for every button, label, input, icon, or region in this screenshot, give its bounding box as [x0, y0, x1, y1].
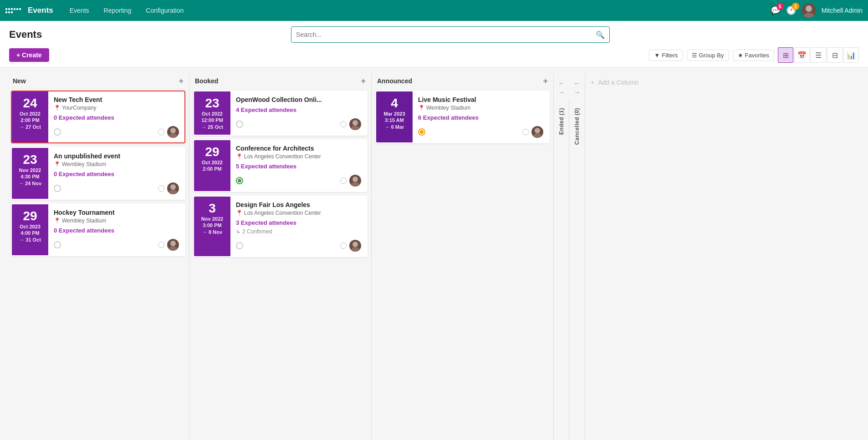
assign-radio[interactable]: [522, 129, 529, 135]
column-new-add-btn[interactable]: +: [179, 77, 184, 85]
confirmed-count: 2 Confirmed: [242, 228, 272, 235]
status-dot-green: [236, 177, 243, 184]
svg-point-2: [170, 128, 176, 133]
ended-arrow-right[interactable]: →: [558, 89, 565, 96]
date-month-year: Mar 2023: [383, 111, 405, 116]
date-day: 23: [23, 153, 37, 166]
user-avatar: [349, 118, 361, 130]
assign-radio[interactable]: [158, 242, 164, 248]
column-booked-header: Booked +: [189, 73, 371, 89]
search-icon[interactable]: 🔍: [596, 30, 605, 39]
card-date-block: 23 Nov 2022 4:30 PM → 24 Nov: [12, 148, 48, 199]
favorites-button[interactable]: ★ Favorites: [733, 50, 774, 61]
user-avatar-btn[interactable]: [802, 3, 816, 18]
svg-point-13: [351, 247, 359, 252]
location-pin-icon: 📍: [418, 105, 425, 111]
svg-point-8: [352, 120, 358, 126]
card-attendees: 4 Expected attendees: [236, 106, 361, 113]
column-announced-header: Announced +: [372, 73, 553, 89]
card-date-block: 3 Nov 2022 3:00 PM → 8 Nov: [194, 197, 230, 256]
date-time: 3:15 AM: [385, 117, 404, 123]
card-attendees: 3 Expected attendees: [236, 219, 361, 226]
user-avatar: [349, 175, 361, 187]
user-avatar: [167, 126, 179, 138]
table-view-btn[interactable]: ⊟: [827, 47, 842, 63]
card-footer: [236, 115, 361, 130]
username-label[interactable]: Mitchell Admin: [822, 7, 863, 14]
date-day: 29: [23, 210, 37, 223]
card-location: 📍 Wembley Stadium: [54, 161, 179, 167]
date-time: 2:00 PM: [20, 117, 40, 123]
date-day: 24: [23, 97, 37, 110]
assign-radio[interactable]: [340, 243, 347, 249]
card-footer: [54, 235, 179, 251]
status-dot-yellow: [418, 128, 425, 136]
messages-icon-btn[interactable]: 💬 5: [771, 5, 781, 15]
list-view-btn[interactable]: ☰: [811, 47, 826, 63]
assign-radio[interactable]: [340, 121, 347, 127]
assign-radio[interactable]: [158, 129, 164, 135]
cancelled-arrow-left[interactable]: ←: [574, 80, 580, 87]
ended-arrow-left[interactable]: ←: [558, 80, 565, 87]
card-live-music-festival[interactable]: 4 Mar 2023 3:15 AM → 6 Mar Live Music Fe…: [375, 91, 550, 143]
nav-events[interactable]: Events: [64, 5, 95, 16]
date-month-year: Nov 2022: [19, 167, 41, 173]
column-announced-add-btn[interactable]: +: [543, 77, 548, 85]
confirmed-arrow-icon: ↳: [236, 228, 240, 235]
search-input[interactable]: [296, 31, 596, 38]
card-footer: [418, 122, 543, 138]
ended-column-label[interactable]: Ended (1): [557, 104, 567, 138]
page-header: Events 🔍 + Create ▼ Filters ☰ Group By ★…: [0, 21, 868, 68]
card-new-tech-event[interactable]: 24 Oct 2022 2:00 PM → 27 Oct New Tech Ev…: [11, 91, 185, 143]
card-body: Conference for Architects 📍 Los Angeles …: [230, 140, 367, 191]
assign-radio[interactable]: [158, 185, 164, 192]
date-time: 4:00 PM: [20, 230, 40, 236]
card-openwood[interactable]: 23 Oct 2022 12:00 PM → 25 Oct OpenWood C…: [193, 91, 368, 136]
messages-badge: 5: [776, 3, 784, 10]
card-conference-architects[interactable]: 29 Oct 2022 2:00 PM Conference for Archi…: [193, 139, 368, 192]
create-button[interactable]: + Create: [9, 48, 49, 62]
add-column-area[interactable]: + Add a Column: [585, 73, 685, 440]
nav-reporting[interactable]: Reporting: [98, 5, 137, 16]
status-dot: [54, 185, 61, 192]
column-announced-label: Announced: [377, 77, 412, 85]
date-month-year: Oct 2023: [20, 224, 41, 229]
card-title: OpenWood Collection Onli...: [236, 96, 361, 103]
chart-view-btn[interactable]: 📊: [843, 47, 859, 63]
date-day: 4: [391, 97, 398, 110]
card-attendees: 0 Expected attendees: [54, 171, 179, 177]
cancelled-column-label[interactable]: Cancelled (0): [572, 104, 582, 148]
card-hockey-tournament[interactable]: 29 Oct 2023 4:00 PM → 31 Oct Hockey Tour…: [11, 203, 185, 256]
card-body: Live Music Festival 📍 Wembley Stadium 6 …: [413, 91, 549, 142]
date-month-year: Nov 2022: [201, 216, 223, 222]
app-grid-icon[interactable]: [5, 8, 20, 13]
page-title: Events: [9, 29, 42, 40]
svg-point-1: [804, 13, 814, 18]
date-month-year: Oct 2022: [20, 111, 41, 116]
filters-button[interactable]: ▼ Filters: [649, 50, 683, 61]
view-switcher: ⊞ 📅 ☰ ⊟ 📊: [778, 47, 859, 63]
app-brand[interactable]: Events: [28, 6, 53, 15]
calendar-view-btn[interactable]: 📅: [794, 47, 810, 63]
column-booked-add-btn[interactable]: +: [361, 77, 366, 85]
date-month-year: Oct 2022: [202, 111, 223, 116]
assign-radio[interactable]: [340, 177, 347, 184]
nav-configuration[interactable]: Configuration: [140, 5, 189, 16]
card-unpublished-event[interactable]: 23 Nov 2022 4:30 PM → 24 Nov An unpublis…: [11, 147, 185, 200]
group-by-button[interactable]: ☰ Group By: [687, 50, 729, 61]
card-footer: [236, 171, 361, 187]
svg-point-14: [535, 128, 540, 133]
activities-icon-btn[interactable]: 🕐 1: [786, 5, 796, 15]
card-location: 📍 Los Angeles Convention Center: [236, 210, 361, 216]
date-time: 3:00 PM: [203, 223, 222, 228]
card-body: Design Fair Los Angeles 📍 Los Angeles Co…: [230, 197, 367, 256]
kanban-view-btn[interactable]: ⊞: [778, 47, 793, 63]
card-design-fair[interactable]: 3 Nov 2022 3:00 PM → 8 Nov Design Fair L…: [193, 196, 368, 257]
svg-point-3: [169, 133, 177, 138]
svg-point-6: [170, 241, 176, 246]
add-column-label: Add a Column: [598, 79, 638, 86]
card-attendees: 5 Expected attendees: [236, 163, 361, 170]
kanban-board: New + 24 Oct 2022 2:00 PM → 27 Oct New T…: [0, 68, 868, 440]
user-avatar: [167, 182, 179, 194]
cancelled-arrow-right[interactable]: →: [574, 89, 580, 96]
